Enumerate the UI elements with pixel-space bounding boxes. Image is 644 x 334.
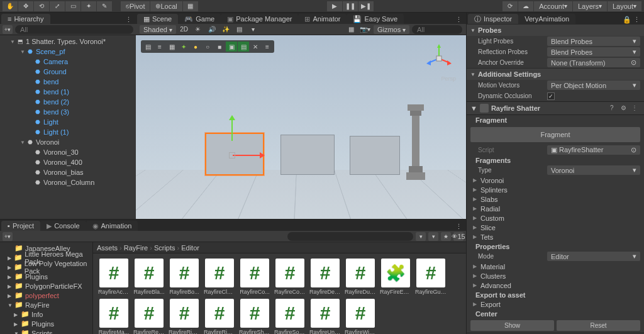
cloud-icon[interactable]: ☁ bbox=[518, 1, 533, 11]
folder-item[interactable]: ▼📁Scripts bbox=[0, 328, 92, 334]
overlay-tool-8[interactable]: ▣ bbox=[226, 42, 237, 52]
asset-item[interactable]: #RayfireDebr... bbox=[309, 259, 341, 295]
tab-scene[interactable]: ▦ Scene bbox=[137, 14, 178, 24]
move-tool[interactable]: ✥ bbox=[18, 1, 33, 11]
foldout-item[interactable]: ▶Splinters bbox=[467, 185, 644, 194]
overlay-tool-5[interactable]: ● bbox=[190, 42, 201, 52]
tab-game[interactable]: 🎮 Game bbox=[178, 14, 221, 24]
overlay-tool-11[interactable]: ≡ bbox=[262, 42, 273, 52]
asset-item[interactable]: #RayfireRigi... bbox=[169, 299, 200, 334]
light-probes-dropdown[interactable]: Blend Probes▾ bbox=[547, 36, 640, 46]
tab-veryanimation[interactable]: VeryAnimation bbox=[518, 14, 575, 24]
hierarchy-create-dropdown[interactable]: +▾ bbox=[3, 25, 13, 34]
scene-vis-icon[interactable]: ▤ bbox=[234, 25, 245, 34]
search-by-type-icon[interactable]: ▾ bbox=[416, 232, 426, 241]
help-icon[interactable]: ? bbox=[610, 104, 619, 112]
asset-item[interactable]: #RayfireRec... bbox=[133, 299, 165, 334]
play-button[interactable]: ▶ bbox=[327, 1, 342, 11]
snap-toggle[interactable]: ▦ bbox=[183, 1, 198, 11]
project-create-dropdown[interactable]: +▾ bbox=[3, 232, 13, 241]
tab-animation[interactable]: ◉ Animation bbox=[86, 221, 138, 231]
account-dropdown[interactable]: Account ▾ bbox=[534, 1, 572, 11]
fx-toggle-icon[interactable]: ✨ bbox=[220, 25, 231, 34]
probes-header[interactable]: ▼Probes bbox=[467, 24, 644, 36]
move-gizmo-center[interactable] bbox=[229, 152, 235, 159]
custom-tool[interactable]: ✎ bbox=[97, 1, 112, 11]
folder-item[interactable]: ▶📁Plugins bbox=[0, 319, 92, 328]
rayfire-shatter-component-header[interactable]: ▼ Rayfire Shatter ?⚙⋮ bbox=[467, 101, 644, 115]
asset-item[interactable]: 🧩RayFireEdi... bbox=[380, 259, 411, 295]
overlay-tool-4[interactable]: ✦ bbox=[178, 42, 189, 52]
crumb-scripts[interactable]: Scripts bbox=[154, 244, 175, 252]
rotate-tool[interactable]: ⟲ bbox=[34, 1, 49, 11]
foldout-item[interactable]: ▶Material bbox=[467, 262, 644, 271]
step-button[interactable]: ▶❚ bbox=[358, 1, 374, 11]
gizmos-dropdown[interactable]: Gizmos ▾ bbox=[374, 25, 409, 34]
inspector-menu-icon[interactable]: 🔒 ⋮ bbox=[619, 16, 644, 24]
asset-item[interactable]: #RayfireSha... bbox=[239, 299, 270, 334]
crumb-assets[interactable]: Assets bbox=[97, 244, 118, 252]
scene-search-input[interactable] bbox=[412, 25, 462, 34]
scale-tool[interactable]: ⤢ bbox=[50, 1, 65, 11]
folder-item[interactable]: ▼📁RayFire bbox=[0, 300, 92, 309]
foldout-item[interactable]: ▶Slabs bbox=[467, 194, 644, 204]
crumb-rayfire[interactable]: RayFire bbox=[124, 244, 148, 252]
pivot-toggle[interactable]: ⎋ Pivot bbox=[121, 1, 150, 11]
asset-item[interactable]: #RayfireCon... bbox=[274, 259, 306, 295]
hierarchy-item[interactable]: ⬣Voronoi_400 bbox=[0, 157, 136, 167]
foldout-item[interactable]: ▶Tets bbox=[467, 232, 644, 242]
asset-item[interactable]: #RayfireBo... bbox=[169, 259, 200, 295]
hierarchy-item[interactable]: ⬣Light (1) bbox=[0, 127, 136, 137]
foldout-item[interactable]: ▶Custom bbox=[467, 213, 644, 223]
tab-inspector[interactable]: ⓘ Inspector bbox=[468, 14, 518, 24]
overlay-tool-10[interactable]: ✕ bbox=[250, 42, 261, 52]
overlay-tool-3[interactable]: ▦ bbox=[166, 42, 177, 52]
scene-root[interactable]: ▼⬒1 Shatter. Types. Voronoi* bbox=[0, 36, 136, 47]
scene-tabs-menu-icon[interactable]: ⋮ bbox=[452, 16, 466, 24]
local-toggle[interactable]: ⊕ Local bbox=[150, 1, 182, 11]
fragment-button[interactable]: Fragment bbox=[470, 127, 640, 142]
voronoi-group[interactable]: ▼⬣Voronoi bbox=[0, 137, 136, 147]
favorite-icon[interactable]: ★ bbox=[441, 232, 451, 241]
audio-toggle-icon[interactable]: 🔊 bbox=[206, 25, 218, 34]
layout-dropdown[interactable]: Layout ▾ bbox=[608, 1, 641, 11]
scene-column[interactable] bbox=[405, 104, 426, 181]
overlay-tool-2[interactable]: ≡ bbox=[154, 42, 165, 52]
scene-prefab[interactable]: ▼⬣Scene_pf bbox=[0, 47, 136, 57]
search-by-label-icon[interactable]: ▾ bbox=[428, 232, 438, 241]
reflection-probes-dropdown[interactable]: Blend Probes▾ bbox=[547, 47, 640, 57]
overlay-tool-7[interactable]: ■ bbox=[214, 42, 225, 52]
type-dropdown[interactable]: Voronoi▾ bbox=[547, 165, 640, 175]
asset-item[interactable]: #RayfireSou... bbox=[274, 299, 306, 334]
scene-cube-2[interactable] bbox=[280, 135, 335, 175]
hierarchy-item[interactable]: ⬣Light bbox=[0, 117, 136, 127]
hierarchy-item[interactable]: ⬣bend bbox=[0, 77, 136, 87]
asset-item[interactable]: #RayfireDus... bbox=[345, 259, 376, 295]
hierarchy-item[interactable]: ⬣Voronoi_Column bbox=[0, 177, 136, 187]
hand-tool[interactable]: ✋ bbox=[3, 1, 18, 11]
tab-package-manager[interactable]: ▣ Package Manager bbox=[221, 14, 298, 24]
hidden-packages-icon[interactable]: 👁 15 bbox=[453, 232, 464, 241]
project-search-input[interactable] bbox=[287, 232, 413, 241]
mode-dropdown[interactable]: Editor▾ bbox=[547, 252, 640, 261]
hierarchy-item[interactable]: ⬣Ground bbox=[0, 67, 136, 77]
scene-camera-icon[interactable]: 📷▾ bbox=[360, 25, 371, 34]
reset-button[interactable]: Reset bbox=[557, 320, 640, 331]
asset-item[interactable]: #RayfireRigi... bbox=[204, 299, 235, 334]
grid-toggle-icon[interactable]: ▦ bbox=[346, 25, 357, 34]
anchor-override-field[interactable]: None (Transform)⊙ bbox=[547, 58, 640, 67]
scene-cam-icon[interactable]: ▾ bbox=[248, 25, 259, 34]
tab-animator[interactable]: ⊞ Animator bbox=[298, 14, 347, 24]
overlay-tool-6[interactable]: ○ bbox=[202, 42, 213, 52]
foldout-item[interactable]: ▶Slice bbox=[467, 223, 644, 232]
lighting-toggle-icon[interactable]: ☀ bbox=[192, 25, 204, 34]
asset-item[interactable]: #RayfireMa... bbox=[98, 299, 130, 334]
asset-item[interactable]: #RayfireUny... bbox=[309, 299, 341, 334]
preset-icon[interactable]: ⚙ bbox=[621, 104, 630, 112]
pause-button[interactable]: ❚❚ bbox=[343, 1, 358, 11]
tab-hierarchy[interactable]: ≡ Hierarchy bbox=[1, 14, 50, 24]
foldout-item[interactable]: ▶Radial bbox=[467, 204, 644, 213]
overlay-tool-1[interactable]: ▤ bbox=[142, 42, 153, 52]
hierarchy-item[interactable]: ⬣bend (1) bbox=[0, 87, 136, 97]
hierarchy-item[interactable]: ⬣bend (2) bbox=[0, 97, 136, 107]
